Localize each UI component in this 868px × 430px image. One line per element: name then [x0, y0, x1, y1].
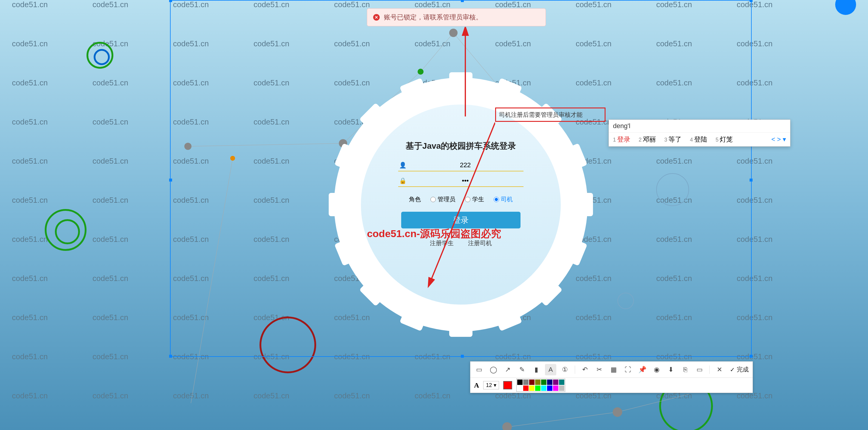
tool-pen[interactable]: ✎	[516, 364, 528, 375]
top-right-avatar[interactable]	[835, 0, 856, 15]
tool-done[interactable]: ✓ 完成	[730, 366, 749, 374]
tool-close[interactable]: ✕	[714, 364, 725, 375]
ime-candidate-5[interactable]: 5灯笼	[716, 135, 733, 144]
ime-candidate-4[interactable]: 4登陆	[690, 135, 707, 144]
role-label: 角色	[409, 195, 421, 203]
palette-color[interactable]	[517, 379, 523, 385]
username-input[interactable]	[407, 161, 524, 169]
error-icon: ✕	[373, 14, 380, 21]
ime-candidate-1[interactable]: 1登录	[613, 135, 630, 144]
ime-candidate-window[interactable]: deng'l 1登录 2邓丽 3等了 4登陆 5灯笼 < > ▾	[609, 119, 790, 147]
palette-color[interactable]	[535, 385, 540, 391]
role-student[interactable]: 学生	[465, 195, 484, 203]
palette-color[interactable]	[547, 379, 552, 385]
font-style-icon[interactable]: A	[474, 381, 479, 390]
tool-blur[interactable]: ⛶	[622, 364, 633, 375]
annotation-text-box: 司机注册后需要管理员审核才能	[495, 108, 606, 122]
ime-input-text: deng'l	[609, 120, 790, 133]
palette-color[interactable]	[523, 379, 529, 385]
current-color[interactable]	[503, 381, 512, 390]
svg-line-5	[507, 412, 617, 427]
tool-undo[interactable]: ↶	[579, 364, 591, 375]
palette-color[interactable]	[553, 385, 558, 391]
password-input[interactable]	[407, 177, 524, 184]
ime-candidate-3[interactable]: 3等了	[664, 135, 682, 144]
role-admin[interactable]: 管理员	[430, 195, 456, 203]
palette-color[interactable]	[535, 379, 540, 385]
ime-nav[interactable]: < > ▾	[771, 136, 786, 143]
tool-number[interactable]: ①	[559, 364, 570, 375]
role-driver[interactable]: 司机	[494, 195, 513, 203]
palette-color[interactable]	[553, 379, 558, 385]
deco-circle	[87, 42, 113, 69]
deco-circle	[45, 209, 87, 251]
wm: code51.cn	[12, 0, 48, 9]
svg-point-13	[613, 407, 622, 417]
lock-icon: 🔒	[398, 177, 407, 184]
tool-mosaic[interactable]: ▦	[608, 364, 619, 375]
palette-color[interactable]	[529, 385, 534, 391]
svg-point-12	[502, 422, 512, 430]
tool-record[interactable]: ◉	[651, 364, 662, 375]
palette-color[interactable]	[559, 385, 564, 391]
tool-pin[interactable]: 📌	[637, 364, 648, 375]
tool-rectangle[interactable]: ▭	[473, 364, 485, 375]
font-size-selector[interactable]: 12 ▾	[483, 381, 499, 390]
palette-color[interactable]	[559, 379, 564, 385]
user-icon: 👤	[398, 162, 407, 169]
error-banner: ✕ 账号已锁定，请联系管理员审核。	[367, 8, 546, 26]
tool-share[interactable]: ▭	[694, 364, 705, 375]
role-selector: 角色 管理员 学生 司机	[409, 195, 513, 203]
palette-color[interactable]	[529, 379, 534, 385]
palette-color[interactable]	[541, 385, 547, 391]
login-title: 基于Java的校园拼车系统登录	[406, 140, 516, 152]
error-text: 账号已锁定，请联系管理员审核。	[384, 13, 482, 22]
tool-copy[interactable]: ⎘	[680, 364, 691, 375]
tool-highlighter[interactable]: ▮	[531, 364, 542, 375]
color-palette[interactable]	[516, 379, 565, 392]
login-button[interactable]: 登录	[401, 212, 521, 228]
screenshot-toolbar: ▭ ◯ ↗ ✎ ▮ A ① ↶ ✂ ▦ ⛶ 📌 ◉ ⬇ ⎘ ▭ ✕ ✓ 完成 A…	[470, 361, 753, 393]
palette-color[interactable]	[547, 385, 552, 391]
tool-download[interactable]: ⬇	[665, 364, 677, 375]
palette-color[interactable]	[517, 385, 523, 391]
tool-text[interactable]: A	[545, 364, 556, 375]
register-student-link[interactable]: 注册学生	[430, 239, 454, 247]
tool-arrow[interactable]: ↗	[502, 364, 513, 375]
register-driver-link[interactable]: 注册司机	[468, 239, 492, 247]
tool-scissors[interactable]: ✂	[594, 364, 605, 375]
palette-color[interactable]	[523, 385, 529, 391]
ime-candidate-2[interactable]: 2邓丽	[639, 135, 656, 144]
palette-color[interactable]	[541, 379, 547, 385]
tool-ellipse[interactable]: ◯	[488, 364, 499, 375]
